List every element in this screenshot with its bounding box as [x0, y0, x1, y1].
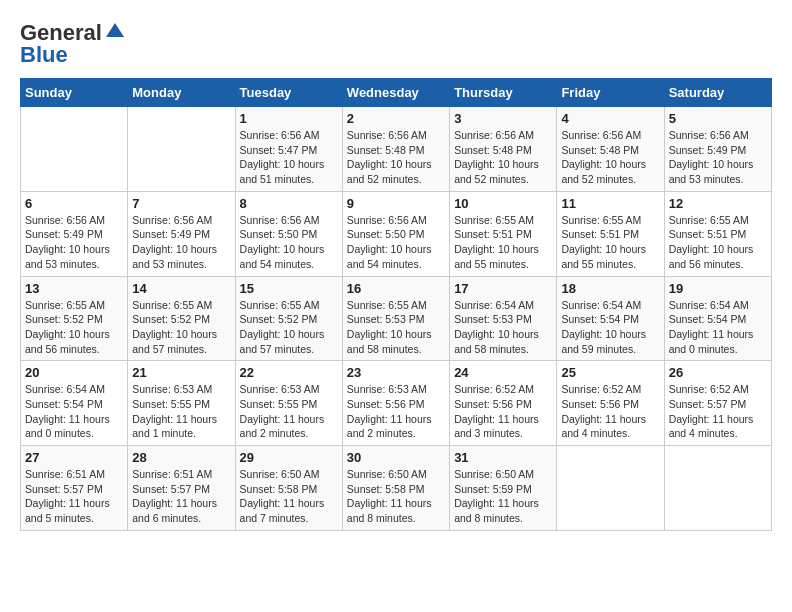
day-info: Sunrise: 6:55 AM Sunset: 5:52 PM Dayligh… — [240, 298, 338, 357]
calendar-cell: 6Sunrise: 6:56 AM Sunset: 5:49 PM Daylig… — [21, 191, 128, 276]
day-info: Sunrise: 6:51 AM Sunset: 5:57 PM Dayligh… — [25, 467, 123, 526]
day-number: 12 — [669, 196, 767, 211]
weekday-header-monday: Monday — [128, 79, 235, 107]
weekday-header-friday: Friday — [557, 79, 664, 107]
day-number: 8 — [240, 196, 338, 211]
svg-marker-0 — [106, 23, 124, 37]
calendar-week-row: 20Sunrise: 6:54 AM Sunset: 5:54 PM Dayli… — [21, 361, 772, 446]
calendar-cell: 19Sunrise: 6:54 AM Sunset: 5:54 PM Dayli… — [664, 276, 771, 361]
day-info: Sunrise: 6:55 AM Sunset: 5:51 PM Dayligh… — [669, 213, 767, 272]
calendar-cell: 30Sunrise: 6:50 AM Sunset: 5:58 PM Dayli… — [342, 446, 449, 531]
day-info: Sunrise: 6:52 AM Sunset: 5:56 PM Dayligh… — [454, 382, 552, 441]
calendar-cell — [557, 446, 664, 531]
day-number: 3 — [454, 111, 552, 126]
day-info: Sunrise: 6:52 AM Sunset: 5:56 PM Dayligh… — [561, 382, 659, 441]
weekday-header-wednesday: Wednesday — [342, 79, 449, 107]
day-info: Sunrise: 6:55 AM Sunset: 5:51 PM Dayligh… — [454, 213, 552, 272]
calendar-cell: 26Sunrise: 6:52 AM Sunset: 5:57 PM Dayli… — [664, 361, 771, 446]
day-info: Sunrise: 6:50 AM Sunset: 5:58 PM Dayligh… — [347, 467, 445, 526]
weekday-header-thursday: Thursday — [450, 79, 557, 107]
calendar-week-row: 1Sunrise: 6:56 AM Sunset: 5:47 PM Daylig… — [21, 107, 772, 192]
day-info: Sunrise: 6:55 AM Sunset: 5:53 PM Dayligh… — [347, 298, 445, 357]
day-info: Sunrise: 6:54 AM Sunset: 5:54 PM Dayligh… — [25, 382, 123, 441]
day-number: 23 — [347, 365, 445, 380]
day-info: Sunrise: 6:55 AM Sunset: 5:52 PM Dayligh… — [132, 298, 230, 357]
day-number: 29 — [240, 450, 338, 465]
logo: General Blue — [20, 20, 126, 68]
day-number: 14 — [132, 281, 230, 296]
calendar-cell: 8Sunrise: 6:56 AM Sunset: 5:50 PM Daylig… — [235, 191, 342, 276]
calendar-cell: 25Sunrise: 6:52 AM Sunset: 5:56 PM Dayli… — [557, 361, 664, 446]
day-number: 4 — [561, 111, 659, 126]
day-number: 15 — [240, 281, 338, 296]
calendar-cell: 7Sunrise: 6:56 AM Sunset: 5:49 PM Daylig… — [128, 191, 235, 276]
day-info: Sunrise: 6:56 AM Sunset: 5:49 PM Dayligh… — [132, 213, 230, 272]
calendar-cell: 21Sunrise: 6:53 AM Sunset: 5:55 PM Dayli… — [128, 361, 235, 446]
day-number: 28 — [132, 450, 230, 465]
calendar-cell: 11Sunrise: 6:55 AM Sunset: 5:51 PM Dayli… — [557, 191, 664, 276]
weekday-header-sunday: Sunday — [21, 79, 128, 107]
calendar-cell: 4Sunrise: 6:56 AM Sunset: 5:48 PM Daylig… — [557, 107, 664, 192]
day-info: Sunrise: 6:52 AM Sunset: 5:57 PM Dayligh… — [669, 382, 767, 441]
calendar-cell: 18Sunrise: 6:54 AM Sunset: 5:54 PM Dayli… — [557, 276, 664, 361]
day-number: 1 — [240, 111, 338, 126]
calendar-cell: 14Sunrise: 6:55 AM Sunset: 5:52 PM Dayli… — [128, 276, 235, 361]
day-info: Sunrise: 6:56 AM Sunset: 5:47 PM Dayligh… — [240, 128, 338, 187]
day-number: 21 — [132, 365, 230, 380]
day-number: 11 — [561, 196, 659, 211]
calendar-cell: 23Sunrise: 6:53 AM Sunset: 5:56 PM Dayli… — [342, 361, 449, 446]
calendar-cell: 3Sunrise: 6:56 AM Sunset: 5:48 PM Daylig… — [450, 107, 557, 192]
day-info: Sunrise: 6:54 AM Sunset: 5:53 PM Dayligh… — [454, 298, 552, 357]
day-number: 18 — [561, 281, 659, 296]
calendar-cell — [128, 107, 235, 192]
day-number: 16 — [347, 281, 445, 296]
day-number: 5 — [669, 111, 767, 126]
day-number: 19 — [669, 281, 767, 296]
day-info: Sunrise: 6:50 AM Sunset: 5:59 PM Dayligh… — [454, 467, 552, 526]
day-info: Sunrise: 6:56 AM Sunset: 5:48 PM Dayligh… — [347, 128, 445, 187]
calendar-cell: 1Sunrise: 6:56 AM Sunset: 5:47 PM Daylig… — [235, 107, 342, 192]
day-number: 27 — [25, 450, 123, 465]
day-number: 22 — [240, 365, 338, 380]
day-info: Sunrise: 6:55 AM Sunset: 5:51 PM Dayligh… — [561, 213, 659, 272]
day-info: Sunrise: 6:54 AM Sunset: 5:54 PM Dayligh… — [561, 298, 659, 357]
day-number: 7 — [132, 196, 230, 211]
calendar-cell: 5Sunrise: 6:56 AM Sunset: 5:49 PM Daylig… — [664, 107, 771, 192]
day-number: 13 — [25, 281, 123, 296]
calendar-cell: 2Sunrise: 6:56 AM Sunset: 5:48 PM Daylig… — [342, 107, 449, 192]
day-info: Sunrise: 6:56 AM Sunset: 5:50 PM Dayligh… — [240, 213, 338, 272]
day-number: 20 — [25, 365, 123, 380]
day-info: Sunrise: 6:53 AM Sunset: 5:55 PM Dayligh… — [132, 382, 230, 441]
calendar-cell: 10Sunrise: 6:55 AM Sunset: 5:51 PM Dayli… — [450, 191, 557, 276]
day-number: 25 — [561, 365, 659, 380]
day-info: Sunrise: 6:53 AM Sunset: 5:55 PM Dayligh… — [240, 382, 338, 441]
day-info: Sunrise: 6:51 AM Sunset: 5:57 PM Dayligh… — [132, 467, 230, 526]
calendar-cell: 24Sunrise: 6:52 AM Sunset: 5:56 PM Dayli… — [450, 361, 557, 446]
day-number: 30 — [347, 450, 445, 465]
calendar-cell — [664, 446, 771, 531]
calendar-cell — [21, 107, 128, 192]
calendar-cell: 13Sunrise: 6:55 AM Sunset: 5:52 PM Dayli… — [21, 276, 128, 361]
weekday-header-tuesday: Tuesday — [235, 79, 342, 107]
day-number: 2 — [347, 111, 445, 126]
calendar-table: SundayMondayTuesdayWednesdayThursdayFrid… — [20, 78, 772, 531]
day-info: Sunrise: 6:56 AM Sunset: 5:48 PM Dayligh… — [561, 128, 659, 187]
calendar-week-row: 13Sunrise: 6:55 AM Sunset: 5:52 PM Dayli… — [21, 276, 772, 361]
weekday-header-row: SundayMondayTuesdayWednesdayThursdayFrid… — [21, 79, 772, 107]
day-info: Sunrise: 6:56 AM Sunset: 5:49 PM Dayligh… — [669, 128, 767, 187]
calendar-cell: 22Sunrise: 6:53 AM Sunset: 5:55 PM Dayli… — [235, 361, 342, 446]
day-info: Sunrise: 6:54 AM Sunset: 5:54 PM Dayligh… — [669, 298, 767, 357]
day-number: 17 — [454, 281, 552, 296]
day-info: Sunrise: 6:56 AM Sunset: 5:48 PM Dayligh… — [454, 128, 552, 187]
day-number: 6 — [25, 196, 123, 211]
calendar-week-row: 6Sunrise: 6:56 AM Sunset: 5:49 PM Daylig… — [21, 191, 772, 276]
calendar-cell: 28Sunrise: 6:51 AM Sunset: 5:57 PM Dayli… — [128, 446, 235, 531]
day-number: 24 — [454, 365, 552, 380]
calendar-cell: 15Sunrise: 6:55 AM Sunset: 5:52 PM Dayli… — [235, 276, 342, 361]
day-info: Sunrise: 6:50 AM Sunset: 5:58 PM Dayligh… — [240, 467, 338, 526]
calendar-cell: 31Sunrise: 6:50 AM Sunset: 5:59 PM Dayli… — [450, 446, 557, 531]
calendar-week-row: 27Sunrise: 6:51 AM Sunset: 5:57 PM Dayli… — [21, 446, 772, 531]
calendar-cell: 17Sunrise: 6:54 AM Sunset: 5:53 PM Dayli… — [450, 276, 557, 361]
calendar-cell: 16Sunrise: 6:55 AM Sunset: 5:53 PM Dayli… — [342, 276, 449, 361]
weekday-header-saturday: Saturday — [664, 79, 771, 107]
